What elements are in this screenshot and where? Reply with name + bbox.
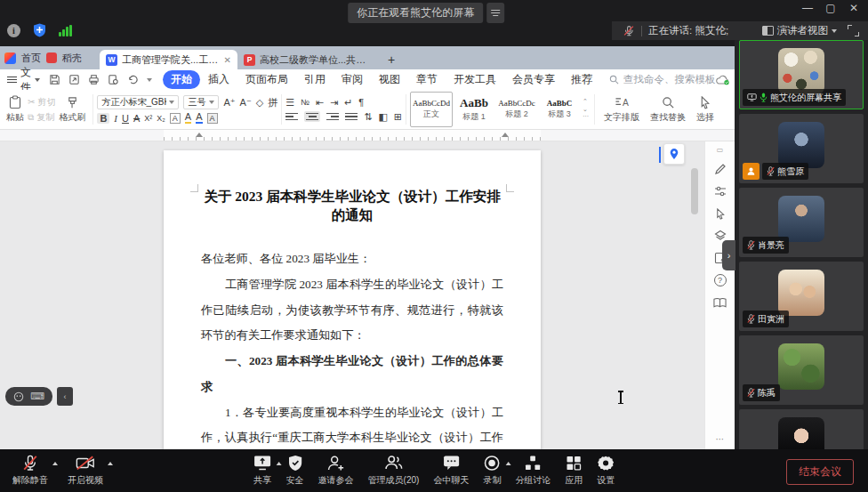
indent-marker-left[interactable] (196, 133, 203, 137)
floating-tools-pill[interactable]: ⌨ (5, 387, 52, 406)
styles-more-icon[interactable]: ⋯ (583, 113, 589, 120)
unmute-button[interactable]: 解除静音 (11, 454, 50, 487)
ribbon-tab-sections[interactable]: 章节 (408, 70, 446, 89)
chevron-up-icon[interactable] (52, 462, 58, 465)
read-mode-icon[interactable] (713, 295, 727, 310)
doc-locate-pin[interactable] (663, 143, 685, 165)
tab-docer[interactable]: 稻壳 (62, 52, 82, 65)
italic-button[interactable]: I (114, 113, 117, 124)
underline-button[interactable]: U (122, 113, 129, 124)
security-button[interactable]: 安全 (285, 454, 306, 487)
print-icon[interactable] (88, 74, 100, 85)
styles-scroll-up-icon[interactable]: ⌃ (583, 98, 589, 105)
line-spacing-button[interactable]: ⇅ (364, 111, 372, 123)
view-mode-switcher[interactable]: 演讲者视图 (762, 24, 838, 37)
new-tab-button[interactable]: + (388, 52, 395, 69)
font-color-button[interactable]: A (196, 112, 202, 124)
share-screen-button[interactable]: 共享 (252, 454, 274, 487)
export-icon[interactable] (68, 74, 80, 85)
pinyin-guide-icon[interactable]: 拼 (268, 96, 277, 109)
cloud-sync-icon[interactable] (716, 75, 730, 85)
collapse-pill-icon[interactable]: ‹ (57, 387, 73, 406)
chevron-up-icon[interactable] (505, 462, 510, 465)
strip-more-icon[interactable]: ⋯ (716, 434, 725, 444)
participant-tile[interactable]: 熊雪原 (739, 114, 864, 183)
document-canvas[interactable]: 关于 2023 届本科学生毕业论文（设计）工作安排的通知 各位老师、各位 202… (0, 141, 704, 449)
info-icon[interactable]: i (7, 24, 20, 37)
vertical-scrollbar[interactable] (691, 168, 698, 214)
manage-members-button[interactable]: 管理成员(20) (366, 454, 422, 487)
print-preview-icon[interactable] (108, 74, 119, 85)
participant-tile[interactable]: 陈禹 (739, 335, 864, 405)
wps-logo-icon[interactable] (4, 52, 16, 64)
align-right-button[interactable] (326, 113, 339, 120)
tab-home[interactable]: 首页 (21, 52, 41, 65)
document-page[interactable]: 关于 2023 届本科学生毕业论文（设计）工作安排的通知 各位老师、各位 202… (164, 150, 541, 449)
font-name-select[interactable]: 方正小标宋_GBK (97, 95, 179, 109)
char-shading-button[interactable]: A (207, 113, 218, 124)
select-cursor-icon[interactable] (713, 206, 727, 221)
breakout-rooms-button[interactable]: 分组讨论 (513, 454, 552, 487)
subscript-button[interactable]: X₂ (157, 114, 165, 123)
paragraph-marks-button[interactable]: ¶ (358, 97, 364, 108)
copy-button[interactable]: ⧉复制 (28, 111, 55, 124)
tab-close-icon[interactable]: ✕ (224, 55, 231, 65)
ribbon-tab-membership[interactable]: 会员专享 (504, 70, 563, 89)
ribbon-tab-view[interactable]: 视图 (371, 70, 408, 89)
borders-button[interactable]: ⊞ (394, 111, 402, 123)
participant-tile-screenshare[interactable]: 熊艾伦的屏幕共享 (739, 40, 864, 109)
ribbon-tab-references[interactable]: 引用 (296, 70, 334, 89)
wrap-mark-button[interactable]: ↵ (344, 97, 352, 109)
chevron-up-icon[interactable] (277, 462, 282, 465)
pdf-tab[interactable]: P 高校二级教学单位...共享版）.pdf (237, 50, 375, 69)
align-left-button[interactable] (285, 113, 298, 120)
document-tab-active[interactable]: W 工商管理学院关...工作安排的通知 ✕ (100, 50, 237, 69)
invite-button[interactable]: 邀请参会 (317, 454, 356, 487)
adjust-sliders-icon[interactable] (713, 184, 727, 198)
record-button[interactable]: 录制 (481, 454, 502, 487)
style-heading2[interactable]: AaBbCcDc 标题 2 (495, 92, 538, 127)
numbered-list-button[interactable]: № (301, 98, 309, 107)
ribbon-tab-review[interactable]: 审阅 (334, 70, 371, 89)
cut-button[interactable]: ✂剪切 (28, 96, 55, 109)
decrease-indent-button[interactable]: ⇤ (316, 97, 324, 109)
text-layout-tool-button[interactable]: A 文字排版 (599, 92, 645, 127)
participant-tile[interactable]: 肖景亮 (739, 188, 864, 257)
clear-format-icon[interactable]: ◇ (256, 97, 263, 109)
close-button[interactable]: ✕ (845, 2, 863, 14)
chat-button[interactable]: 会中聊天 (431, 454, 470, 487)
participant-tile[interactable]: 田寅洲 (739, 262, 864, 331)
bullet-list-button[interactable]: ☰ (285, 97, 294, 109)
undo-icon[interactable] (127, 74, 139, 85)
format-painter-button[interactable]: 格式刷 (55, 92, 89, 127)
chevron-down-icon[interactable] (147, 78, 152, 82)
apps-button[interactable]: 应用 (563, 454, 584, 487)
find-replace-button[interactable]: 查找替换 (645, 92, 691, 127)
align-justify-button[interactable] (345, 113, 358, 120)
fullscreen-icon[interactable] (848, 25, 859, 36)
hide-panel-icon[interactable]: ▭ (713, 145, 727, 154)
char-border-button[interactable]: A (170, 113, 181, 124)
ribbon-tab-developer[interactable]: 开发工具 (446, 70, 504, 89)
shading-button[interactable]: ◧ (378, 111, 387, 123)
font-size-select[interactable]: 三号 (183, 95, 219, 109)
panel-expand-handle[interactable]: › (722, 240, 735, 270)
style-normal[interactable]: AaBbCcDd 正文 (410, 92, 453, 127)
grow-font-button[interactable]: A⁺ (223, 97, 235, 109)
help-icon[interactable]: ? (713, 273, 727, 287)
paste-button[interactable]: 粘贴 (3, 92, 28, 127)
maximize-button[interactable]: ▢ (822, 2, 840, 14)
ribbon-tab-page-layout[interactable]: 页面布局 (237, 70, 296, 89)
shield-icon[interactable] (33, 23, 46, 37)
settings-button[interactable]: 设置 (595, 454, 616, 487)
end-meeting-button[interactable]: 结束会议 (786, 459, 854, 485)
align-center-button[interactable] (304, 111, 320, 122)
chevron-up-icon[interactable] (108, 462, 113, 465)
ribbon-tab-insert[interactable]: 插入 (200, 70, 237, 89)
ribbon-tab-home[interactable]: 开始 (163, 70, 200, 89)
minimize-button[interactable]: — (799, 2, 816, 14)
edit-pen-icon[interactable] (713, 162, 727, 176)
banner-menu-icon[interactable] (486, 3, 504, 23)
participant-tile-partial[interactable] (739, 409, 864, 449)
style-heading1[interactable]: AaBb 标题 1 (453, 92, 495, 127)
